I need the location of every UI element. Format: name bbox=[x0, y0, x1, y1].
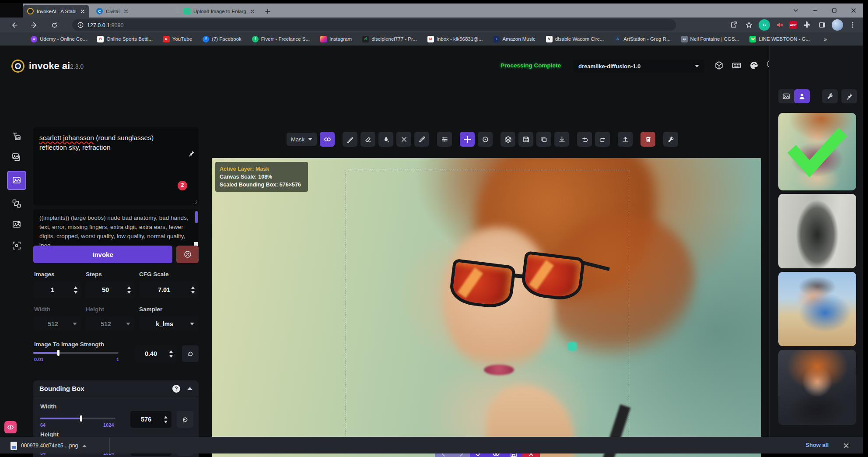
copy-to-clipboard-button[interactable] bbox=[536, 132, 551, 147]
sampler-select[interactable]: k_lms bbox=[139, 316, 199, 331]
show-all-downloads-link[interactable]: Show all bbox=[805, 442, 829, 448]
share-icon[interactable] bbox=[728, 19, 739, 31]
stepper-control[interactable] bbox=[125, 284, 133, 296]
tab-close-icon[interactable] bbox=[79, 8, 86, 14]
bookmark-star-icon[interactable] bbox=[743, 19, 755, 31]
bbox-width-slider[interactable] bbox=[40, 415, 116, 422]
canvas-settings-button[interactable] bbox=[663, 132, 678, 147]
bookmark-item[interactable]: M Inbox - klk56831@... bbox=[427, 36, 483, 42]
bookmark-item[interactable]: Instagram bbox=[320, 36, 352, 42]
i2i-reset-button[interactable] bbox=[182, 345, 199, 362]
bounding-box-header[interactable]: Bounding Box ? bbox=[33, 380, 199, 397]
i2i-strength-input[interactable]: 0.40 bbox=[135, 345, 177, 362]
cancel-button[interactable] bbox=[176, 246, 199, 263]
forward-button[interactable] bbox=[28, 19, 40, 31]
stepper-control[interactable] bbox=[162, 413, 170, 425]
tab-close-icon[interactable] bbox=[122, 8, 129, 14]
profile-avatar[interactable] bbox=[832, 19, 843, 31]
bookmark-item[interactable]: f Fiverr - Freelance S... bbox=[252, 36, 310, 42]
tab-close-icon[interactable] bbox=[249, 8, 256, 14]
download-image-button[interactable] bbox=[554, 132, 569, 147]
canvas-bounding-box[interactable] bbox=[346, 170, 629, 453]
grammarly-extension-icon[interactable]: G bbox=[759, 19, 770, 31]
layer-select[interactable]: Mask bbox=[287, 133, 317, 146]
gallery-settings-button[interactable] bbox=[822, 89, 838, 103]
tab-unified-canvas[interactable] bbox=[7, 171, 26, 190]
merge-layers-button[interactable] bbox=[500, 132, 515, 147]
save-to-gallery-button[interactable] bbox=[518, 132, 533, 147]
tab-text-to-image[interactable] bbox=[9, 129, 24, 144]
chevron-up-icon[interactable] bbox=[82, 444, 87, 447]
tab-post-processing[interactable] bbox=[9, 217, 24, 232]
gallery-user-toggle[interactable] bbox=[794, 89, 810, 103]
resize-grip[interactable] bbox=[193, 200, 197, 204]
upload-image-button[interactable] bbox=[618, 132, 633, 147]
bookmark-item[interactable]: V disable Wacom Circ... bbox=[546, 36, 604, 42]
stepper-control[interactable] bbox=[72, 284, 80, 296]
bookmark-item[interactable]: B Online Sports Betti... bbox=[97, 36, 152, 42]
sidebar-panel-icon[interactable] bbox=[816, 19, 828, 31]
brush-options-button[interactable] bbox=[437, 132, 452, 147]
back-button[interactable] bbox=[8, 19, 20, 31]
stepper-control[interactable] bbox=[167, 348, 175, 360]
help-icon[interactable]: ? bbox=[172, 385, 180, 393]
address-bar[interactable]: 127.0.0.1:9090 bbox=[72, 19, 676, 31]
toggle-mask-button[interactable] bbox=[320, 132, 335, 147]
new-tab-button[interactable] bbox=[262, 6, 273, 17]
eraser-tool-button[interactable] bbox=[360, 132, 375, 147]
console-toggle-button[interactable] bbox=[4, 421, 17, 433]
clear-canvas-button[interactable] bbox=[640, 132, 655, 147]
i2i-strength-slider[interactable] bbox=[33, 350, 119, 356]
window-menu-chevron[interactable] bbox=[789, 5, 802, 16]
model-manager-icon[interactable] bbox=[714, 60, 724, 70]
download-item[interactable]: 000979.40d74eb5....png bbox=[6, 439, 91, 452]
stepper-control[interactable] bbox=[189, 284, 197, 296]
gallery-images-toggle[interactable] bbox=[778, 89, 794, 103]
browser-menu-icon[interactable] bbox=[847, 19, 858, 31]
tab-image-to-image[interactable] bbox=[9, 150, 24, 165]
site-info-icon[interactable] bbox=[77, 22, 84, 28]
undo-button[interactable] bbox=[577, 132, 592, 147]
bookmark-item[interactable]: W LINE WEBTOON - G... bbox=[749, 36, 810, 42]
bookmark-item[interactable]: f (7) Facebook bbox=[203, 36, 242, 42]
clear-mask-button[interactable] bbox=[396, 132, 411, 147]
reset-view-button[interactable] bbox=[478, 132, 493, 147]
bookmark-item[interactable]: co Neil Fontaine | CGS... bbox=[681, 36, 739, 42]
gallery-thumbnail-selected[interactable] bbox=[778, 113, 856, 190]
window-maximize-button[interactable] bbox=[828, 5, 841, 16]
bookmark-item[interactable]: d disciplenei777 - Pr... bbox=[362, 36, 417, 42]
bookmarks-overflow-icon[interactable]: » bbox=[824, 36, 827, 42]
tab-invokeai[interactable]: InvokeAI - A Stable Diffusion Too bbox=[23, 5, 89, 18]
bbox-width-reset-button[interactable] bbox=[177, 411, 193, 428]
tab-upload-image[interactable]: Upload Image to Enlarge & Enla bbox=[179, 5, 259, 18]
prompt-input[interactable]: scarlett johansson (round sunglasses) re… bbox=[33, 127, 199, 205]
pin-icon[interactable] bbox=[188, 131, 196, 139]
hotkeys-keyboard-icon[interactable] bbox=[732, 60, 742, 70]
negative-prompt-input[interactable]: ((implants)) (large boobs) nude bad anat… bbox=[33, 209, 199, 247]
bbox-width-input[interactable]: 576 bbox=[130, 411, 172, 428]
fill-bucket-button[interactable] bbox=[378, 132, 393, 147]
adblock-extension-icon[interactable]: ABP bbox=[789, 21, 797, 29]
bookmark-item[interactable]: U Udemy - Online Co... bbox=[31, 36, 87, 42]
tab-training[interactable] bbox=[9, 238, 24, 253]
gallery-thumbnail[interactable] bbox=[778, 194, 856, 268]
bookmark-item[interactable]: A ArtStation - Greg R... bbox=[614, 36, 670, 42]
gallery-pin-button[interactable] bbox=[841, 89, 857, 103]
redo-button[interactable] bbox=[595, 132, 610, 147]
brush-tool-button[interactable] bbox=[343, 132, 357, 147]
tab-civitai[interactable]: C Civitai bbox=[92, 5, 174, 18]
window-minimize-button[interactable] bbox=[808, 5, 822, 16]
width-select[interactable]: 512 bbox=[33, 316, 81, 331]
theme-palette-icon[interactable] bbox=[749, 60, 759, 70]
close-download-bar-icon[interactable] bbox=[842, 441, 850, 450]
images-input[interactable]: 1 bbox=[33, 281, 81, 298]
gallery-thumbnail[interactable] bbox=[778, 350, 856, 425]
reload-button[interactable] bbox=[48, 19, 60, 31]
invoke-button[interactable]: Invoke bbox=[33, 246, 172, 263]
extensions-puzzle-icon[interactable] bbox=[801, 19, 812, 31]
window-close-button[interactable] bbox=[847, 5, 860, 16]
steps-input[interactable]: 50 bbox=[86, 281, 135, 298]
scrollbar-thumb[interactable] bbox=[195, 211, 198, 223]
bookmark-item[interactable]: ♪ Amazon Music bbox=[493, 36, 535, 42]
slider-handle[interactable] bbox=[80, 415, 82, 422]
